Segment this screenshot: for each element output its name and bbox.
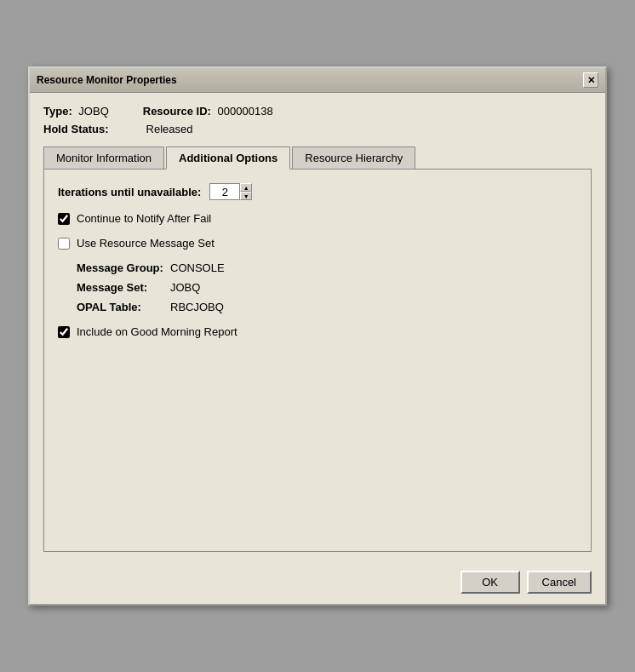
message-info-section: Message Group: CONSOLE Message Set: JOBQ…	[77, 261, 577, 313]
use-message-set-label[interactable]: Use Resource Message Set	[77, 237, 215, 250]
resource-id-label: Resource ID:	[143, 105, 211, 118]
hold-status-label: Hold Status:	[43, 123, 109, 135]
dialog-body: Type: JOBQ Resource ID: 000000138 Hold S…	[30, 93, 605, 562]
message-set-row: Message Set: JOBQ	[77, 281, 577, 294]
message-group-value: CONSOLE	[170, 261, 225, 274]
tab-additional[interactable]: Additional Options	[166, 146, 290, 169]
dialog: Resource Monitor Properties ✕ Type: JOBQ…	[28, 66, 607, 606]
type-info: Type: JOBQ	[43, 105, 109, 118]
good-morning-checkbox[interactable]	[58, 326, 70, 338]
continue-notify-row: Continue to Notify After Fail	[58, 212, 577, 225]
opal-table-label: OPAL Table:	[77, 301, 170, 313]
good-morning-label[interactable]: Include on Good Morning Report	[77, 325, 237, 338]
spinner-down-button[interactable]: ▼	[240, 192, 252, 200]
tab-monitor[interactable]: Monitor Information	[43, 146, 164, 169]
message-set-label: Message Set:	[77, 281, 170, 294]
continue-notify-label[interactable]: Continue to Notify After Fail	[77, 212, 211, 225]
message-group-label: Message Group:	[77, 261, 170, 274]
opal-table-row: OPAL Table: RBCJOBQ	[77, 301, 577, 313]
iterations-row: Iterations until unavailable: ▲ ▼	[58, 183, 577, 200]
use-message-set-row: Use Resource Message Set	[58, 237, 577, 250]
hold-status-row: Hold Status: Released	[43, 123, 592, 135]
title-bar: Resource Monitor Properties ✕	[30, 68, 605, 93]
spinner-up-button[interactable]: ▲	[240, 183, 252, 192]
buttons-row: OK Cancel	[30, 562, 605, 604]
type-resource-row: Type: JOBQ Resource ID: 000000138	[43, 105, 592, 118]
resource-id-value: 000000138	[218, 105, 273, 118]
type-label: Type:	[43, 105, 72, 118]
dialog-title: Resource Monitor Properties	[37, 74, 177, 86]
opal-table-value: RBCJOBQ	[170, 301, 224, 313]
cancel-button[interactable]: Cancel	[527, 571, 592, 594]
continue-notify-checkbox[interactable]	[58, 213, 70, 225]
use-message-set-checkbox[interactable]	[58, 238, 70, 250]
ok-button[interactable]: OK	[461, 571, 520, 594]
tabs: Monitor Information Additional Options R…	[43, 146, 592, 169]
message-set-value: JOBQ	[170, 281, 200, 294]
tab-content-additional: Iterations until unavailable: ▲ ▼ Contin…	[43, 169, 592, 552]
iterations-input[interactable]	[209, 183, 240, 200]
spinner-buttons: ▲ ▼	[240, 183, 252, 200]
type-value: JOBQ	[78, 105, 108, 118]
good-morning-row: Include on Good Morning Report	[58, 325, 577, 338]
close-button[interactable]: ✕	[583, 72, 598, 88]
resource-id-info: Resource ID: 000000138	[143, 105, 273, 118]
tab-hierarchy[interactable]: Resource Hierarchy	[292, 146, 415, 169]
message-group-row: Message Group: CONSOLE	[77, 261, 577, 274]
iterations-spinner: ▲ ▼	[209, 183, 252, 200]
iterations-label: Iterations until unavailable:	[58, 186, 201, 198]
hold-status-value: Released	[146, 123, 193, 135]
